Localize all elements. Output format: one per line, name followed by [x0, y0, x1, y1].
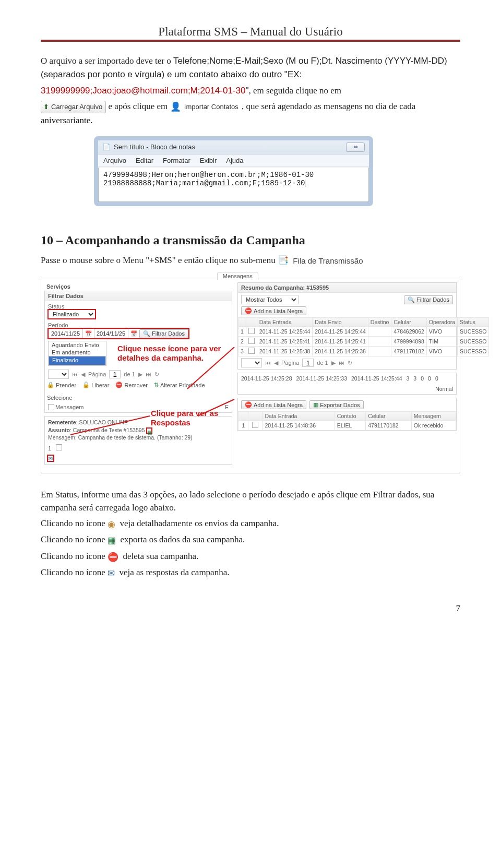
mail-icon-inline[interactable]: ✉: [48, 456, 53, 462]
sum-ts1: 2014-11-25 14:25:28: [241, 375, 292, 382]
next-page-icon-2[interactable]: ▶: [331, 360, 336, 366]
row1-checkbox[interactable]: [56, 444, 62, 450]
action-alterar[interactable]: ⇅Alterar Prioridade: [154, 382, 205, 388]
table-row[interactable]: 1 2014-11-25 14:25:44 2014-11-25 14:25:4…: [238, 327, 489, 337]
pager-right: 10 ⏮ ◀ Página de 1 ▶ ⏭ ↻: [238, 356, 456, 369]
first-page-icon-2[interactable]: ⏮: [265, 360, 271, 366]
row-cb[interactable]: [248, 348, 255, 354]
menu-arquivo[interactable]: Arquivo: [103, 157, 126, 164]
minus-icon: ⛔: [115, 382, 123, 388]
menu-exibir[interactable]: Exibir: [200, 157, 217, 164]
th2-num: [238, 412, 248, 421]
last-page-icon[interactable]: ⏭: [146, 371, 151, 377]
first-page-icon[interactable]: ⏮: [72, 371, 78, 377]
minus-icon-2: ⛔: [245, 401, 252, 408]
last-page-icon-2[interactable]: ⏭: [339, 360, 344, 366]
servicos-heading: Serviços: [44, 282, 232, 291]
carregar-arquivo-button[interactable]: ⬆ Carregar Arquivo: [41, 101, 106, 113]
table-row[interactable]: 2 2014-11-25 14:25:41 2014-11-25 14:25:4…: [238, 337, 489, 347]
lock-icon: 🔒: [47, 382, 54, 388]
date-to-input[interactable]: [94, 329, 128, 338]
blacklist-button-2[interactable]: ⛔Add na Lista Negra: [241, 400, 306, 409]
pagina-label-2: Página: [281, 360, 299, 366]
intro-ex-open: "EX:: [284, 69, 302, 79]
sum-n4: 0: [428, 375, 431, 382]
refresh-icon-2[interactable]: ↻: [348, 360, 352, 366]
menu-formatar[interactable]: Formatar: [163, 157, 190, 164]
action-prender[interactable]: 🔒Prender: [47, 382, 76, 388]
table-row[interactable]: 1 2014-11-25 14:48:36 ELIEL 4791170182 O…: [238, 421, 456, 431]
action-remover[interactable]: ⛔Remover: [115, 382, 148, 388]
th-celular: Celular: [391, 318, 426, 327]
intro-after-btn1: e após clique em: [109, 101, 170, 111]
table-row[interactable]: 3 2014-11-25 14:25:38 2014-11-25 14:25:3…: [238, 347, 489, 356]
respostas-table: Data Entrada Contato Celular Mensagem 1 …: [238, 411, 456, 431]
mostrar-select[interactable]: Mostrar Todos: [241, 295, 299, 304]
row-cb[interactable]: [248, 328, 255, 334]
msg-col-label: Mensagem: [55, 404, 84, 410]
date-from-input[interactable]: [49, 329, 83, 338]
remetente-label: Remetente: [48, 419, 76, 425]
page-number-input[interactable]: [109, 370, 121, 378]
filtrar-btn-label-2: Filtrar Dados: [416, 296, 449, 303]
refresh-icon[interactable]: ↻: [154, 371, 159, 378]
th-num: [238, 318, 246, 327]
calendar-icon[interactable]: 📅: [85, 330, 92, 337]
resumo-title: Resumo da Campanha: #153595: [238, 283, 456, 293]
th-destino: Destino: [368, 318, 391, 327]
row-checkbox[interactable]: [48, 404, 54, 410]
status-opt-finalizado[interactable]: Finalizado: [49, 356, 106, 365]
minus-icon-bl: ⛔: [245, 307, 252, 314]
section-10-lead-text: Passe o mouse sobre o Menu "+SMS" e entã…: [41, 255, 278, 265]
row2-cb[interactable]: [252, 422, 258, 428]
notepad-window: 📄 Sem título - Bloco de notas ⇔ Arquivo …: [94, 136, 373, 206]
tab-mensagens[interactable]: Mensagens: [217, 272, 258, 280]
status-select[interactable]: Finalizado: [48, 310, 96, 319]
magnifier-icon-2: 🔍: [408, 296, 415, 303]
notepad-body[interactable]: 4799994898;Heron;heron@heron.com.br;M;19…: [98, 167, 369, 202]
blacklist-button[interactable]: ⛔Add na Lista Negra: [241, 306, 306, 315]
th2-celular: Celular: [366, 412, 412, 421]
resumo-box: Resumo da Campanha: #153595 Mostrar Todo…: [237, 282, 457, 370]
swap-icon: ⇅: [154, 382, 159, 388]
menu-ajuda[interactable]: Ajuda: [226, 157, 243, 164]
page-number-input-2[interactable]: [302, 359, 314, 367]
intro-a: O arquivo a ser importado deve ter o: [41, 56, 173, 66]
pagina-label: Página: [88, 371, 106, 377]
prev-page-icon[interactable]: ◀: [81, 371, 85, 378]
action-selecione[interactable]: Selecione: [47, 395, 72, 401]
fila-transmissao-button[interactable]: Fila de Transmissão: [291, 254, 366, 267]
caret-icon: [305, 180, 305, 187]
status-opt-aguardando[interactable]: Aguardando Envio: [49, 341, 106, 349]
page-size-select[interactable]: 10: [48, 370, 69, 379]
page-size-select-2[interactable]: 10: [241, 358, 262, 367]
status-listbox[interactable]: Aguardando Envio Em andamento Finalizado: [48, 341, 106, 366]
filtrar-dados-button[interactable]: 🔍Filtrar Dados: [139, 329, 188, 338]
th2-contato: Contato: [335, 412, 365, 421]
maximize-icon[interactable]: ⇔: [346, 142, 365, 152]
filtrar-dados-button-right[interactable]: 🔍Filtrar Dados: [404, 295, 453, 304]
th2-cb: [248, 412, 263, 421]
th-cb: [246, 318, 257, 327]
respostas-box: ⛔Add na Lista Negra ▦Exportar Dados Data…: [237, 398, 457, 431]
next-page-icon[interactable]: ▶: [138, 371, 142, 378]
action-liberar[interactable]: 🔓Liberar: [82, 382, 109, 388]
excel-icon-legend: ▦: [108, 534, 116, 548]
sum-tail: Normal: [435, 386, 453, 392]
after-line-excel: Clicando no ícone ▦ exporta os dados da …: [41, 533, 460, 548]
de-label-2: de 1: [317, 360, 328, 366]
person-icon: 👤: [170, 100, 181, 114]
campaign-detail-box: Remetente: SOLUCAO ONLINE Assunto: Campa…: [44, 416, 232, 465]
carregar-label: Carregar Arquivo: [51, 102, 102, 112]
status-opt-andamento[interactable]: Em andamento: [49, 349, 106, 356]
calendar-icon-2[interactable]: 📅: [130, 330, 137, 337]
row-cb[interactable]: [248, 338, 255, 344]
exportar-button[interactable]: ▦Exportar Dados: [309, 400, 363, 409]
importar-contatos-button[interactable]: Importar Contatos: [183, 102, 240, 112]
prev-page-icon-2[interactable]: ◀: [274, 360, 278, 366]
pager-left: 10 ⏮ ◀ Página de 1 ▶ ⏭ ↻: [45, 368, 232, 381]
campaign-panel: Mensagens Serviços Filtrar Dados Status …: [41, 279, 460, 473]
page-header: Plataforma SMS – Manual do Usuário: [41, 25, 460, 39]
menu-editar[interactable]: Editar: [136, 157, 153, 164]
notepad-title: Sem título - Bloco de notas: [114, 143, 195, 151]
